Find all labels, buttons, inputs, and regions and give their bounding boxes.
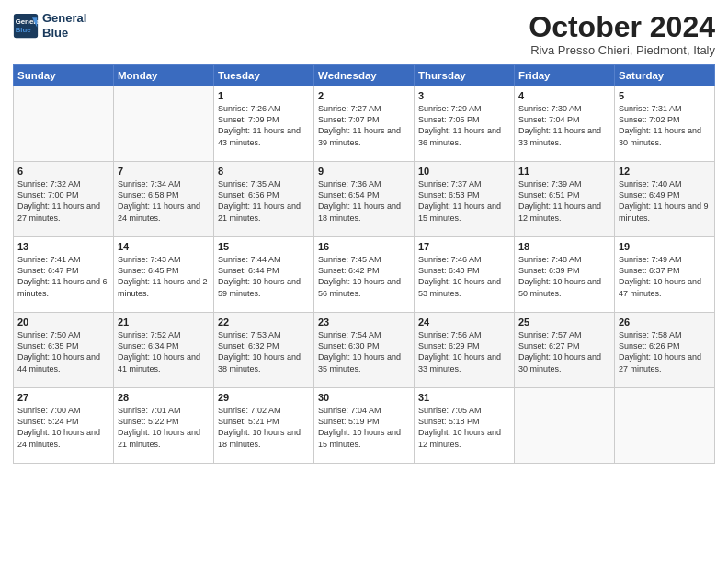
day-number: 22 <box>218 316 310 327</box>
day-number: 9 <box>318 166 410 177</box>
weekday-header-friday: Friday <box>515 65 615 86</box>
day-info: Sunrise: 7:52 AMSunset: 6:34 PMDaylight:… <box>118 329 210 374</box>
day-info: Sunrise: 7:37 AMSunset: 6:53 PMDaylight:… <box>418 178 510 224</box>
day-info: Sunrise: 7:57 AMSunset: 6:27 PMDaylight:… <box>518 329 610 374</box>
calendar-day-19: 19Sunrise: 7:49 AMSunset: 6:37 PMDayligh… <box>615 237 715 313</box>
day-number: 24 <box>418 316 510 327</box>
day-number: 27 <box>17 392 109 403</box>
calendar-week-row: 20Sunrise: 7:50 AMSunset: 6:35 PMDayligh… <box>14 313 715 388</box>
day-number: 8 <box>218 166 310 177</box>
calendar-day-21: 21Sunrise: 7:52 AMSunset: 6:34 PMDayligh… <box>114 313 214 388</box>
calendar-day-10: 10Sunrise: 7:37 AMSunset: 6:53 PMDayligh… <box>415 162 515 237</box>
day-info: Sunrise: 7:45 AMSunset: 6:42 PMDaylight:… <box>318 254 410 299</box>
calendar-week-row: 6Sunrise: 7:32 AMSunset: 7:00 PMDaylight… <box>14 162 715 237</box>
weekday-header-sunday: Sunday <box>14 65 114 86</box>
day-info: Sunrise: 7:32 AMSunset: 7:00 PMDaylight:… <box>17 178 109 224</box>
day-info: Sunrise: 7:00 AMSunset: 5:24 PMDaylight:… <box>17 405 109 450</box>
calendar-day-29: 29Sunrise: 7:02 AMSunset: 5:21 PMDayligh… <box>214 388 314 464</box>
day-number: 30 <box>318 392 410 403</box>
day-number: 18 <box>518 241 610 252</box>
calendar-empty <box>14 86 114 162</box>
day-info: Sunrise: 7:46 AMSunset: 6:40 PMDaylight:… <box>418 254 510 299</box>
calendar-day-23: 23Sunrise: 7:54 AMSunset: 6:30 PMDayligh… <box>314 313 415 388</box>
calendar-day-12: 12Sunrise: 7:40 AMSunset: 6:49 PMDayligh… <box>615 162 715 237</box>
day-info: Sunrise: 7:44 AMSunset: 6:44 PMDaylight:… <box>218 254 310 299</box>
calendar-day-20: 20Sunrise: 7:50 AMSunset: 6:35 PMDayligh… <box>14 313 114 388</box>
calendar-day-28: 28Sunrise: 7:01 AMSunset: 5:22 PMDayligh… <box>114 388 214 464</box>
weekday-header-wednesday: Wednesday <box>314 65 415 86</box>
day-info: Sunrise: 7:53 AMSunset: 6:32 PMDaylight:… <box>218 329 310 374</box>
calendar-day-9: 9Sunrise: 7:36 AMSunset: 6:54 PMDaylight… <box>314 162 415 237</box>
day-info: Sunrise: 7:27 AMSunset: 7:07 PMDaylight:… <box>318 103 410 148</box>
page-container: General Blue General Blue October 2024 R… <box>0 0 728 473</box>
calendar-day-6: 6Sunrise: 7:32 AMSunset: 7:00 PMDaylight… <box>14 162 114 237</box>
calendar-day-8: 8Sunrise: 7:35 AMSunset: 6:56 PMDaylight… <box>214 162 314 237</box>
calendar-day-24: 24Sunrise: 7:56 AMSunset: 6:29 PMDayligh… <box>415 313 515 388</box>
day-number: 7 <box>118 166 210 177</box>
day-info: Sunrise: 7:05 AMSunset: 5:18 PMDaylight:… <box>418 405 510 450</box>
calendar-day-2: 2Sunrise: 7:27 AMSunset: 7:07 PMDaylight… <box>314 86 415 162</box>
day-number: 16 <box>318 241 410 252</box>
day-number: 4 <box>518 90 610 101</box>
calendar-table: SundayMondayTuesdayWednesdayThursdayFrid… <box>13 64 715 464</box>
day-number: 17 <box>418 241 510 252</box>
day-number: 3 <box>418 90 510 101</box>
day-info: Sunrise: 7:48 AMSunset: 6:39 PMDaylight:… <box>518 254 610 299</box>
day-number: 11 <box>518 166 610 177</box>
day-number: 6 <box>17 166 109 177</box>
day-info: Sunrise: 7:29 AMSunset: 7:05 PMDaylight:… <box>418 103 510 148</box>
calendar-day-27: 27Sunrise: 7:00 AMSunset: 5:24 PMDayligh… <box>14 388 114 464</box>
calendar-day-13: 13Sunrise: 7:41 AMSunset: 6:47 PMDayligh… <box>14 237 114 313</box>
day-info: Sunrise: 7:58 AMSunset: 6:26 PMDaylight:… <box>619 329 711 374</box>
calendar-day-31: 31Sunrise: 7:05 AMSunset: 5:18 PMDayligh… <box>415 388 515 464</box>
day-number: 2 <box>318 90 410 101</box>
day-number: 12 <box>619 166 711 177</box>
calendar-day-1: 1Sunrise: 7:26 AMSunset: 7:09 PMDaylight… <box>214 86 314 162</box>
weekday-header-monday: Monday <box>114 65 214 86</box>
day-number: 13 <box>17 241 109 252</box>
calendar-empty <box>515 388 615 464</box>
calendar-day-16: 16Sunrise: 7:45 AMSunset: 6:42 PMDayligh… <box>314 237 415 313</box>
day-info: Sunrise: 7:36 AMSunset: 6:54 PMDaylight:… <box>318 178 410 224</box>
day-number: 19 <box>619 241 711 252</box>
day-info: Sunrise: 7:34 AMSunset: 6:58 PMDaylight:… <box>118 178 210 224</box>
day-number: 20 <box>17 316 109 327</box>
day-number: 10 <box>418 166 510 177</box>
calendar-day-25: 25Sunrise: 7:57 AMSunset: 6:27 PMDayligh… <box>515 313 615 388</box>
day-info: Sunrise: 7:30 AMSunset: 7:04 PMDaylight:… <box>518 103 610 148</box>
calendar-day-26: 26Sunrise: 7:58 AMSunset: 6:26 PMDayligh… <box>615 313 715 388</box>
day-number: 15 <box>218 241 310 252</box>
title-block: October 2024 Riva Presso Chieri, Piedmon… <box>529 11 715 57</box>
month-title: October 2024 <box>529 11 715 43</box>
day-number: 14 <box>118 241 210 252</box>
day-info: Sunrise: 7:49 AMSunset: 6:37 PMDaylight:… <box>619 254 711 299</box>
calendar-empty <box>114 86 214 162</box>
day-info: Sunrise: 7:40 AMSunset: 6:49 PMDaylight:… <box>619 178 711 224</box>
day-info: Sunrise: 7:26 AMSunset: 7:09 PMDaylight:… <box>218 103 310 148</box>
weekday-header-thursday: Thursday <box>415 65 515 86</box>
day-info: Sunrise: 7:04 AMSunset: 5:19 PMDaylight:… <box>318 405 410 450</box>
calendar-week-row: 27Sunrise: 7:00 AMSunset: 5:24 PMDayligh… <box>14 388 715 464</box>
day-info: Sunrise: 7:01 AMSunset: 5:22 PMDaylight:… <box>118 405 210 450</box>
calendar-day-3: 3Sunrise: 7:29 AMSunset: 7:05 PMDaylight… <box>415 86 515 162</box>
logo: General Blue General Blue <box>13 11 86 40</box>
day-number: 25 <box>518 316 610 327</box>
weekday-header-tuesday: Tuesday <box>214 65 314 86</box>
calendar-day-4: 4Sunrise: 7:30 AMSunset: 7:04 PMDaylight… <box>515 86 615 162</box>
day-number: 29 <box>218 392 310 403</box>
calendar-day-17: 17Sunrise: 7:46 AMSunset: 6:40 PMDayligh… <box>415 237 515 313</box>
day-number: 28 <box>118 392 210 403</box>
calendar-day-22: 22Sunrise: 7:53 AMSunset: 6:32 PMDayligh… <box>214 313 314 388</box>
weekday-header-saturday: Saturday <box>615 65 715 86</box>
day-info: Sunrise: 7:50 AMSunset: 6:35 PMDaylight:… <box>17 329 109 374</box>
day-info: Sunrise: 7:54 AMSunset: 6:30 PMDaylight:… <box>318 329 410 374</box>
calendar-day-30: 30Sunrise: 7:04 AMSunset: 5:19 PMDayligh… <box>314 388 415 464</box>
day-number: 26 <box>619 316 711 327</box>
calendar-day-5: 5Sunrise: 7:31 AMSunset: 7:02 PMDaylight… <box>615 86 715 162</box>
day-info: Sunrise: 7:39 AMSunset: 6:51 PMDaylight:… <box>518 178 610 224</box>
day-number: 21 <box>118 316 210 327</box>
calendar-empty <box>615 388 715 464</box>
weekday-header-row: SundayMondayTuesdayWednesdayThursdayFrid… <box>14 65 715 86</box>
calendar-day-15: 15Sunrise: 7:44 AMSunset: 6:44 PMDayligh… <box>214 237 314 313</box>
day-number: 5 <box>619 90 711 101</box>
